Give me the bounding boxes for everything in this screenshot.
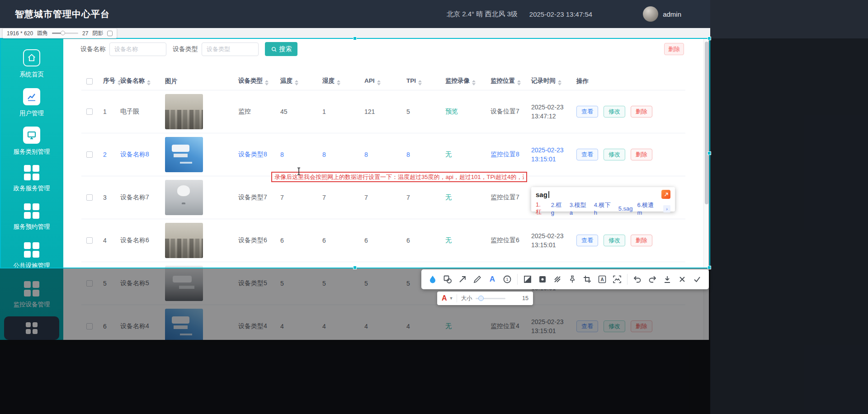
view-button[interactable]: 查看: [576, 149, 598, 160]
blur-tool-icon[interactable]: [552, 274, 562, 284]
annotation-textbox[interactable]: 录像后这里我会按照网上的数据进行设置一下：温度超过35度的，api，超过101，…: [271, 172, 527, 182]
cell-location: 监控位置6: [483, 236, 524, 245]
video-link[interactable]: 无: [445, 193, 452, 201]
sort-icon[interactable]: [517, 80, 521, 85]
undo-icon[interactable]: [632, 274, 642, 284]
table-row[interactable]: 2 设备名称8 设备类型8 8 8 8 8 无 监控位置8 2025-02-23…: [81, 133, 685, 176]
shadow-checkbox[interactable]: [107, 31, 113, 36]
pen-tool-icon[interactable]: [472, 274, 482, 284]
video-link[interactable]: 预览: [445, 108, 458, 115]
device-type-input[interactable]: [202, 42, 259, 56]
ime-candidates: 1.杠 2.框g 3.模型a 4.横下h 5.sag 6.横遭m ›: [531, 199, 675, 216]
select-all-checkbox[interactable]: [86, 78, 93, 85]
scan-image-tool-icon[interactable]: [612, 274, 622, 284]
sort-icon[interactable]: [472, 80, 476, 85]
row-checkbox[interactable]: [86, 151, 93, 158]
text-recognition-tool-icon[interactable]: A: [597, 274, 607, 284]
table-row[interactable]: 4 设备名称6 设备类型6 6 6 6 6 无 监控位置6 2025-02-23…: [81, 219, 685, 262]
ime-candidate[interactable]: 6.横遭m: [637, 201, 659, 216]
row-checkbox[interactable]: [86, 194, 93, 201]
device-name-input[interactable]: [109, 42, 166, 56]
sort-icon[interactable]: [558, 80, 561, 85]
close-icon[interactable]: [677, 274, 687, 284]
ime-logo-icon[interactable]: [661, 190, 670, 199]
user-menu[interactable]: admin: [643, 6, 681, 22]
sidebar-item-users[interactable]: 用户管理: [0, 88, 63, 118]
ime-next-page-icon[interactable]: ›: [663, 205, 670, 212]
font-size-value: 15: [522, 295, 528, 301]
sort-icon[interactable]: [147, 80, 151, 85]
ime-candidate[interactable]: 4.横下h: [594, 201, 614, 216]
arrow-tool-icon[interactable]: [458, 274, 467, 284]
video-link[interactable]: 无: [445, 151, 452, 158]
sidebar-item-reservation[interactable]: 服务预约管理: [0, 203, 63, 231]
selection-handle[interactable]: [708, 151, 711, 155]
view-button[interactable]: 查看: [576, 106, 598, 118]
download-icon[interactable]: [662, 274, 672, 284]
sidebar-item-label: 系统首页: [19, 71, 44, 79]
app-header: 智慧城市管理中心平台 北京 2.4° 晴 西北风 3级 2025-02-23 1…: [0, 0, 710, 28]
device-image[interactable]: [165, 137, 203, 172]
scrollbar-thumb[interactable]: [705, 42, 708, 204]
focus-tool-icon[interactable]: [538, 274, 547, 284]
number-tool-icon[interactable]: 1: [502, 274, 512, 284]
sidebar-item-service-category[interactable]: 服务类别管理: [0, 127, 63, 156]
ime-candidate[interactable]: 2.框g: [551, 201, 565, 216]
selection-handle[interactable]: [708, 37, 711, 40]
device-image[interactable]: [165, 180, 203, 215]
sort-icon[interactable]: [295, 80, 298, 85]
device-name-label: 设备名称: [80, 45, 106, 53]
edit-button[interactable]: 修改: [604, 106, 625, 118]
crop-tool-icon[interactable]: [582, 274, 592, 284]
row-checkbox[interactable]: [86, 237, 93, 244]
sidebar-item-home[interactable]: 系统首页: [0, 49, 63, 79]
edit-button[interactable]: 修改: [604, 149, 625, 160]
delete-row-button[interactable]: 删除: [631, 149, 652, 160]
weather-info: 北京 2.4° 晴 西北风 3级: [447, 10, 518, 19]
sort-icon[interactable]: [377, 80, 381, 85]
text-tool-icon[interactable]: A: [487, 274, 497, 284]
sidebar-item-gov-service[interactable]: 政务服务管理: [0, 165, 63, 193]
ime-candidate[interactable]: 1.杠: [536, 201, 547, 216]
sort-icon[interactable]: [265, 80, 269, 85]
view-button[interactable]: 查看: [576, 235, 598, 246]
video-link[interactable]: 无: [445, 236, 452, 244]
chevron-down-icon[interactable]: ▼: [449, 296, 453, 301]
delete-row-button[interactable]: 删除: [631, 235, 652, 246]
corner-radius-slider[interactable]: [52, 33, 78, 34]
table-row[interactable]: 1 电子眼 监控 45 1 121 5 预览 设备位置7 2025-02-23 …: [81, 90, 685, 133]
search-button[interactable]: 搜索: [265, 42, 297, 56]
edit-button[interactable]: 修改: [604, 235, 625, 246]
cell-temp: 7: [273, 194, 315, 201]
ime-caret: [548, 191, 549, 198]
home-icon: [23, 49, 40, 66]
font-size-slider[interactable]: [476, 298, 505, 299]
device-image[interactable]: [165, 223, 203, 258]
batch-delete-button[interactable]: 删除: [664, 43, 684, 55]
row-checkbox[interactable]: [86, 108, 93, 115]
color-droplet-icon[interactable]: [428, 274, 438, 284]
font-size-label: 大小: [461, 295, 472, 302]
ime-candidate[interactable]: 5.sag: [618, 205, 633, 212]
delete-row-button[interactable]: 删除: [631, 106, 652, 118]
selection-handle[interactable]: [708, 266, 711, 269]
cell-location: 监控位置7: [483, 193, 524, 202]
ime-candidate[interactable]: 3.模型a: [570, 201, 590, 216]
confirm-check-icon[interactable]: [692, 274, 702, 284]
redo-icon[interactable]: [647, 274, 657, 284]
sidebar-item-public-facility[interactable]: 公共设施管理: [0, 242, 63, 270]
sort-icon[interactable]: [337, 80, 340, 85]
cell-temp: 6: [273, 237, 315, 244]
capture-dim-overlay: [0, 268, 868, 414]
sort-icon[interactable]: [418, 80, 422, 85]
ime-panel: sag 1.杠 2.框g 3.模型a 4.横下h 5.sag 6.横遭m ›: [531, 187, 675, 212]
selection-handle[interactable]: [353, 37, 357, 40]
mosaic-tool-icon[interactable]: [523, 274, 533, 284]
device-image[interactable]: [165, 94, 203, 129]
shapes-tool-icon[interactable]: [443, 274, 453, 284]
text-color-selector[interactable]: A: [442, 294, 447, 302]
avatar[interactable]: [643, 6, 658, 22]
pin-tool-icon[interactable]: [567, 274, 577, 284]
selection-handle[interactable]: [353, 266, 357, 269]
ime-typed-text: sag: [536, 191, 547, 198]
